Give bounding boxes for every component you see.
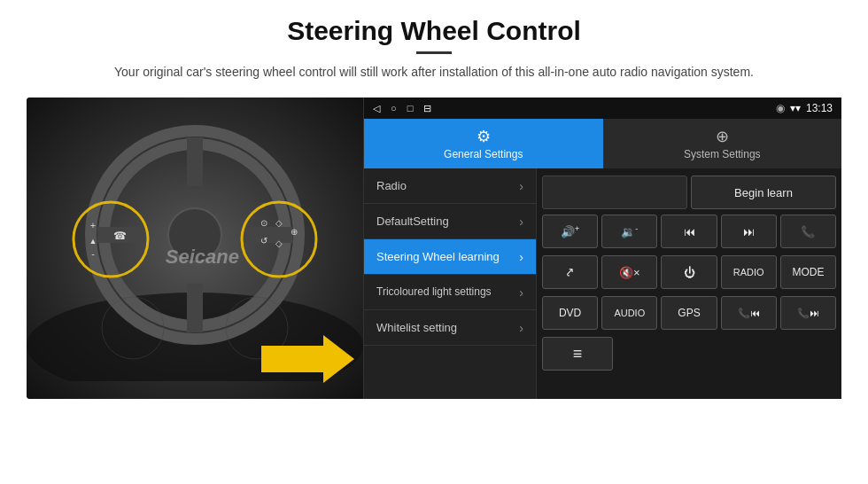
svg-point-7	[168, 208, 221, 262]
car-background: + ▲ - ☎ ⊙ ◇ ↺ ◇ ⊕ Seicane	[27, 98, 363, 399]
chevron-icon: ›	[519, 179, 523, 193]
yellow-arrow	[252, 328, 359, 390]
page-container: Steering Wheel Control Your original car…	[0, 0, 868, 484]
radio-label: RADIO	[733, 267, 764, 277]
subtitle: Your original car's steering wheel contr…	[114, 63, 754, 82]
btn-row-4: ≡	[542, 337, 836, 374]
dvd-label: DVD	[559, 307, 581, 319]
mode-label: MODE	[792, 266, 824, 278]
tab-bar: ⚙ General Settings ⊕ System Settings	[364, 119, 841, 168]
right-control-panel: Begin learn 🔊+ 🔉- ⏮	[537, 168, 841, 399]
back-icon[interactable]: ◁	[373, 103, 380, 114]
menu-tricolour[interactable]: Tricoloured light settings ›	[364, 275, 536, 310]
vol-down-button[interactable]: 🔉-	[601, 215, 657, 248]
status-left-icons: ◁ ○ □ ⊟	[373, 103, 431, 114]
menu-radio[interactable]: Radio ›	[364, 168, 536, 204]
menu-defaultsetting[interactable]: DefaultSetting ›	[364, 204, 536, 239]
mute-icon: 🔇×	[619, 266, 640, 279]
tel-prev-icon: 📞⏮	[738, 308, 760, 319]
power-button[interactable]: ⏻	[661, 255, 717, 289]
title-section: Steering Wheel Control Your original car…	[114, 16, 754, 92]
btn-row-1: 🔊+ 🔉- ⏮ ⏭ 📞	[542, 215, 836, 252]
menu-radio-label: Radio	[376, 179, 407, 192]
row-begin-learn: Begin learn	[542, 174, 836, 211]
empty-input-box	[542, 176, 687, 209]
chevron-icon: ›	[519, 215, 523, 229]
title-divider	[416, 51, 452, 54]
mode-button[interactable]: MODE	[780, 255, 836, 289]
menu-button[interactable]: ≡	[542, 337, 613, 371]
next-icon: ⏭	[743, 225, 755, 238]
menu-default-label: DefaultSetting	[376, 215, 449, 228]
menu-whitelist[interactable]: Whitelist setting ›	[364, 310, 536, 346]
content-row: + ▲ - ☎ ⊙ ◇ ↺ ◇ ⊕ Seicane	[27, 98, 841, 399]
begin-learn-button[interactable]: Begin learn	[691, 176, 836, 209]
svg-text:+: +	[90, 220, 96, 230]
audio-label: AUDIO	[614, 308, 645, 318]
vol-up-icon: 🔊+	[561, 224, 579, 238]
svg-text:☎: ☎	[113, 230, 127, 242]
menu-steering-label: Steering Wheel learning	[376, 250, 500, 263]
menu-steering-wheel[interactable]: Steering Wheel learning ›	[364, 239, 536, 275]
dvd-button[interactable]: DVD	[542, 296, 598, 330]
svg-text:⊙: ⊙	[260, 218, 267, 228]
hang-icon: ↩	[562, 264, 577, 280]
tel-next-icon: 📞⏭	[797, 308, 819, 319]
recent-icon[interactable]: □	[407, 103, 414, 114]
main-area: Radio › DefaultSetting › Steering Wheel …	[364, 168, 841, 399]
prev-button[interactable]: ⏮	[661, 215, 717, 248]
menu-tricolour-label: Tricoloured light settings	[376, 285, 492, 300]
status-right: ◉ ▾▾ 13:13	[776, 102, 833, 114]
radio-button[interactable]: RADIO	[721, 255, 777, 289]
btn-row-2: ↩ 🔇× ⏻ RADIO MODE	[542, 255, 836, 293]
tab-system-label: System Settings	[684, 148, 761, 160]
tab-system[interactable]: ⊕ System Settings	[603, 119, 842, 168]
svg-text:-: -	[91, 248, 95, 259]
android-panel: ◁ ○ □ ⊟ ◉ ▾▾ 13:13 ⚙ General Settings	[363, 98, 841, 399]
chevron-icon: ›	[519, 250, 523, 264]
power-icon: ⏻	[684, 266, 695, 279]
audio-button[interactable]: AUDIO	[601, 296, 657, 330]
prev-icon: ⏮	[684, 225, 695, 238]
call-icon: 📞	[801, 225, 815, 238]
tab-general-label: General Settings	[444, 148, 523, 160]
clock: 13:13	[806, 102, 833, 114]
next-button[interactable]: ⏭	[721, 215, 777, 248]
svg-marker-21	[261, 335, 354, 383]
home-icon[interactable]: ○	[391, 103, 397, 114]
gps-label: GPS	[678, 307, 700, 319]
car-image-area: + ▲ - ☎ ⊙ ◇ ↺ ◇ ⊕ Seicane	[27, 98, 363, 399]
status-bar: ◁ ○ □ ⊟ ◉ ▾▾ 13:13	[364, 98, 841, 119]
mute-button[interactable]: 🔇×	[601, 255, 657, 289]
vol-up-button[interactable]: 🔊+	[542, 215, 598, 248]
screenshot-icon[interactable]: ⊟	[423, 103, 431, 114]
gps-button[interactable]: GPS	[661, 296, 717, 330]
signal-icon: ▾▾	[790, 102, 801, 114]
svg-text:▲: ▲	[89, 237, 97, 246]
btn-row-3: DVD AUDIO GPS 📞⏮ 📞⏭	[542, 296, 836, 333]
call-button[interactable]: 📞	[780, 215, 836, 248]
svg-text:↺: ↺	[260, 236, 267, 246]
system-settings-icon: ⊕	[716, 127, 729, 146]
tab-general[interactable]: ⚙ General Settings	[364, 119, 603, 168]
chevron-icon: ›	[519, 321, 523, 335]
svg-text:⊕: ⊕	[291, 227, 298, 237]
gps-dot-icon: ◉	[776, 102, 785, 114]
tel-prev-button[interactable]: 📞⏮	[721, 296, 777, 330]
chevron-icon: ›	[519, 285, 523, 300]
page-title: Steering Wheel Control	[114, 16, 754, 46]
general-settings-icon: ⚙	[477, 127, 491, 146]
svg-text:◇: ◇	[275, 218, 283, 228]
left-menu: Radio › DefaultSetting › Steering Wheel …	[364, 168, 537, 399]
vol-down-icon: 🔉-	[621, 224, 638, 238]
svg-text:◇: ◇	[275, 238, 283, 248]
menu-whitelist-label: Whitelist setting	[376, 321, 457, 334]
tel-next-button[interactable]: 📞⏭	[780, 296, 836, 330]
hang-button[interactable]: ↩	[542, 255, 598, 289]
menu-icon: ≡	[573, 345, 583, 363]
